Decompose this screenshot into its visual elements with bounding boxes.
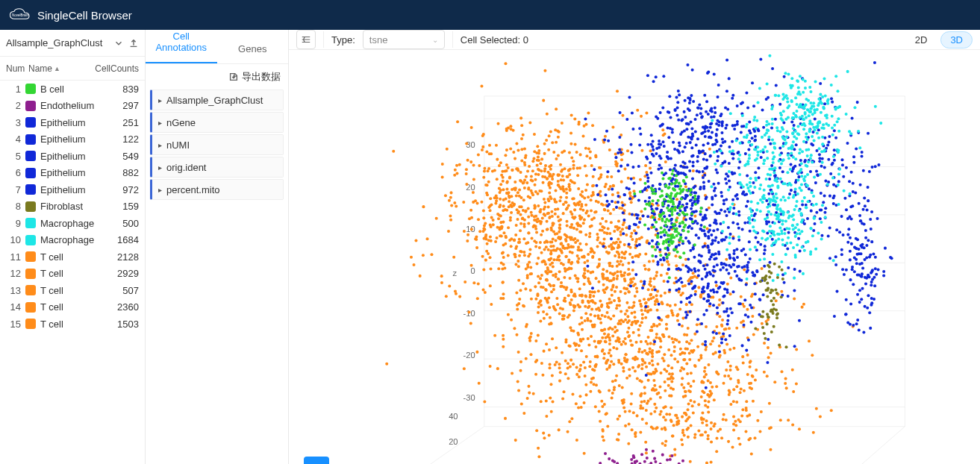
svg-point-1667 <box>718 298 721 301</box>
svg-point-3265 <box>870 240 873 243</box>
svg-point-4028 <box>667 195 670 198</box>
cluster-row[interactable]: 12 T cell 2929 <box>0 266 145 283</box>
tab-genes[interactable]: Genes <box>217 34 289 63</box>
svg-point-2288 <box>716 171 719 174</box>
svg-point-1606 <box>674 254 677 257</box>
svg-point-1626 <box>607 333 610 336</box>
type-select[interactable]: tsne ⌄ <box>363 30 445 49</box>
svg-point-3966 <box>667 209 670 212</box>
annotation-item[interactable]: ▸orig.ident <box>150 157 284 178</box>
svg-point-3038 <box>753 275 756 278</box>
svg-point-3001 <box>722 295 725 298</box>
svg-point-1772 <box>634 295 637 298</box>
cluster-row[interactable]: 10 Macrophage 1684 <box>0 232 145 249</box>
annotation-item[interactable]: ▸nGene <box>150 112 284 133</box>
svg-point-3353 <box>849 250 852 253</box>
svg-point-3244 <box>815 211 818 214</box>
svg-point-1858 <box>567 260 570 263</box>
svg-point-3705 <box>819 93 822 96</box>
dim-3d-button[interactable]: 3D <box>940 31 973 48</box>
svg-point-4051 <box>664 224 667 227</box>
cluster-num: 11 <box>6 251 25 263</box>
export-data-row[interactable]: 导出数据 <box>146 64 288 90</box>
svg-point-1381 <box>607 316 610 319</box>
cluster-row[interactable]: 2 Endothelium 297 <box>0 98 145 115</box>
tab-cell-annotations[interactable]: Cell Annotations <box>146 30 217 63</box>
svg-point-4034 <box>675 228 678 231</box>
svg-point-2208 <box>593 168 596 171</box>
cluster-row[interactable]: 5 Epithelium 549 <box>0 148 145 165</box>
cluster-row[interactable]: 8 Fibroblast 159 <box>0 198 145 216</box>
svg-point-1192 <box>770 351 773 354</box>
svg-point-1523 <box>584 366 587 369</box>
svg-point-4085 <box>768 276 771 279</box>
svg-point-2009 <box>616 438 619 441</box>
annotation-item[interactable]: ▸Allsample_GraphClust <box>150 90 284 110</box>
svg-point-3389 <box>771 253 774 256</box>
svg-point-1724 <box>581 322 584 325</box>
svg-point-1198 <box>645 451 648 454</box>
cluster-name: Macrophage <box>40 218 97 229</box>
svg-point-3031 <box>706 300 709 303</box>
svg-point-3397 <box>765 120 768 123</box>
svg-point-2099 <box>710 460 713 463</box>
svg-point-825 <box>449 196 452 199</box>
svg-point-3250 <box>855 262 858 265</box>
svg-point-399 <box>594 154 597 157</box>
svg-point-1454 <box>576 254 579 257</box>
cluster-row[interactable]: 4 Epithelium 122 <box>0 131 145 148</box>
svg-point-1964 <box>691 351 694 354</box>
plot-area[interactable]: 3020100-10-20-30z40200x <box>289 50 980 464</box>
svg-point-1247 <box>604 315 607 318</box>
cluster-row[interactable]: 14 T cell 2360 <box>0 299 145 316</box>
scroll-top-button[interactable] <box>304 457 329 464</box>
col-num[interactable]: Num <box>6 63 28 74</box>
cluster-row[interactable]: 7 Epithelium 972 <box>0 181 145 198</box>
svg-point-2828 <box>726 323 729 326</box>
annotation-item[interactable]: ▸percent.mito <box>150 179 284 200</box>
svg-point-3369 <box>856 319 859 322</box>
chevron-down-icon[interactable] <box>113 38 124 48</box>
svg-point-597 <box>488 256 491 259</box>
dim-2d-button[interactable]: 2D <box>906 32 937 48</box>
svg-point-1986 <box>740 387 743 390</box>
svg-point-2682 <box>650 143 653 146</box>
svg-point-3326 <box>869 327 872 330</box>
svg-point-3637 <box>746 186 749 189</box>
svg-point-1148 <box>784 377 787 380</box>
svg-point-1510 <box>718 315 721 318</box>
svg-point-1902 <box>568 266 571 269</box>
svg-point-970 <box>523 186 526 189</box>
svg-point-3760 <box>802 128 805 131</box>
cluster-row[interactable]: 11 T cell 2128 <box>0 248 145 266</box>
svg-point-2328 <box>697 195 700 198</box>
cluster-row[interactable]: 9 Macrophage 500 <box>0 215 145 232</box>
svg-point-2080 <box>728 391 731 394</box>
svg-point-2581 <box>703 94 706 97</box>
panel-collapse-button[interactable] <box>296 30 316 49</box>
upload-icon[interactable] <box>128 38 139 48</box>
svg-point-2928 <box>706 286 709 289</box>
col-cellcounts[interactable]: CellCounts <box>94 63 139 74</box>
svg-point-3778 <box>768 54 771 57</box>
svg-point-1315 <box>746 373 749 376</box>
svg-point-1717 <box>594 345 597 348</box>
svg-point-2053 <box>707 437 710 440</box>
cluster-row[interactable]: 13 T cell 507 <box>0 282 145 299</box>
svg-point-557 <box>508 239 511 242</box>
svg-point-1615 <box>723 328 726 331</box>
svg-point-2000 <box>715 437 718 440</box>
annotation-item[interactable]: ▸nUMI <box>150 134 284 155</box>
svg-point-2483 <box>606 204 609 207</box>
svg-point-2918 <box>707 236 710 239</box>
cluster-num: 8 <box>6 201 25 212</box>
scatter-3d-plot[interactable]: 3020100-10-20-30z40200x <box>289 50 980 464</box>
svg-point-983 <box>487 181 490 184</box>
cluster-row[interactable]: 1 B cell 839 <box>0 81 145 98</box>
cluster-row[interactable]: 15 T cell 1503 <box>0 316 145 333</box>
svg-point-2048 <box>673 345 676 348</box>
cluster-row[interactable]: 3 Epithelium 251 <box>0 114 145 131</box>
annotation-label: nGene <box>166 117 196 128</box>
col-name[interactable]: Name ▲ <box>28 63 94 74</box>
cluster-row[interactable]: 6 Epithelium 882 <box>0 165 145 182</box>
